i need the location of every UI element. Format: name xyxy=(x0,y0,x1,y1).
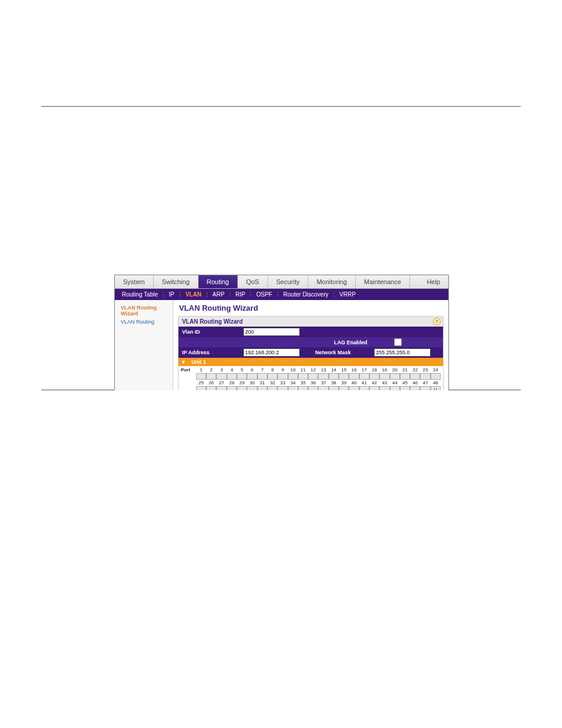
port-box-23[interactable] xyxy=(420,373,430,380)
port-box-35[interactable] xyxy=(298,386,308,390)
port-num-21: 21 xyxy=(400,367,410,373)
port-box-22[interactable] xyxy=(410,373,420,380)
port-box-1[interactable] xyxy=(196,373,206,380)
row-ip: IP Address Network Mask xyxy=(178,347,443,358)
subtab-arp[interactable]: ARP xyxy=(210,291,227,298)
port-box-41[interactable] xyxy=(359,386,369,390)
port-box-33[interactable] xyxy=(277,386,287,390)
port-num-25: 25 xyxy=(196,380,206,386)
port-num-24: 24 xyxy=(431,367,441,373)
port-box-10[interactable] xyxy=(288,373,298,380)
port-num-37: 37 xyxy=(318,380,328,386)
subtab-routing-table[interactable]: Routing Table xyxy=(120,291,160,298)
tab-routing[interactable]: Routing xyxy=(199,275,238,288)
port-box-14[interactable] xyxy=(329,373,339,380)
port-box-39[interactable] xyxy=(339,386,349,390)
port-box-8[interactable] xyxy=(267,373,277,380)
page-title: VLAN Routing Wizard xyxy=(179,304,444,312)
port-box-32[interactable] xyxy=(267,386,277,390)
port-box-47[interactable] xyxy=(420,386,430,390)
lag-checkbox[interactable] xyxy=(394,338,402,346)
port-box-43[interactable] xyxy=(379,386,389,390)
tab-maintenance[interactable]: Maintenance xyxy=(356,275,410,288)
port-num-45: 45 xyxy=(400,380,410,386)
app-window: SystemSwitchingRoutingQoSSecurityMonitor… xyxy=(114,275,449,390)
port-box-9[interactable] xyxy=(277,373,287,380)
port-box-38[interactable] xyxy=(329,386,339,390)
vlan-id-input[interactable] xyxy=(243,328,300,336)
port-box-20[interactable] xyxy=(390,373,400,380)
subtab-vrrp[interactable]: VRRP xyxy=(337,291,358,298)
subtab-ospf[interactable]: OSPF xyxy=(254,291,275,298)
tab-system[interactable]: System xyxy=(115,275,154,288)
port-box-48[interactable] xyxy=(431,386,441,390)
tab-help[interactable]: Help xyxy=(418,275,448,288)
port-box-15[interactable] xyxy=(339,373,349,380)
port-box-28[interactable] xyxy=(227,386,237,390)
sidebar-item-vlan-routing-wizard[interactable]: VLAN Routing Wizard xyxy=(117,304,170,318)
port-box-34[interactable] xyxy=(288,386,298,390)
port-box-7[interactable] xyxy=(257,373,267,380)
port-box-29[interactable] xyxy=(237,386,247,390)
port-box-16[interactable] xyxy=(349,373,359,380)
port-num-27: 27 xyxy=(216,380,226,386)
port-box-40[interactable] xyxy=(349,386,359,390)
subtab-router-discovery[interactable]: Router Discovery xyxy=(281,291,331,298)
tab-switching[interactable]: Switching xyxy=(154,275,199,288)
subtab-ip[interactable]: IP xyxy=(167,291,177,298)
port-num-42: 42 xyxy=(369,380,379,386)
port-box-31[interactable] xyxy=(257,386,267,390)
port-num-19: 19 xyxy=(379,367,389,373)
unit-row[interactable]: ▾ Unit 1 xyxy=(178,358,443,366)
port-num-1: 1 xyxy=(196,367,206,373)
row-vlan-id: Vlan ID xyxy=(178,327,443,337)
port-num-3: 3 xyxy=(216,367,226,373)
port-box-12[interactable] xyxy=(308,373,318,380)
port-box-45[interactable] xyxy=(400,386,410,390)
subtab-rip[interactable]: RIP xyxy=(233,291,248,298)
tab-qos[interactable]: QoS xyxy=(238,275,268,288)
port-num-13: 13 xyxy=(318,367,328,373)
help-icon[interactable]: ? xyxy=(433,318,441,325)
port-box-3[interactable] xyxy=(216,373,226,380)
port-grid: Port123456789101112131415161718192021222… xyxy=(178,366,443,390)
port-box-11[interactable] xyxy=(298,373,308,380)
subtab-vlan[interactable]: VLAN xyxy=(183,291,204,298)
port-box-2[interactable] xyxy=(206,373,216,380)
port-num-20: 20 xyxy=(390,367,400,373)
mask-input[interactable] xyxy=(374,348,431,357)
port-box-4[interactable] xyxy=(227,373,237,380)
sidebar-item-vlan-routing[interactable]: VLAN Routing xyxy=(117,318,170,326)
port-box-21[interactable] xyxy=(400,373,410,380)
port-box-19[interactable] xyxy=(379,373,389,380)
port-num-10: 10 xyxy=(288,367,298,373)
port-box-44[interactable] xyxy=(390,386,400,390)
tab-security[interactable]: Security xyxy=(268,275,309,288)
port-box-36[interactable] xyxy=(308,386,318,390)
port-box-6[interactable] xyxy=(247,373,257,380)
port-box-46[interactable] xyxy=(410,386,420,390)
port-num-38: 38 xyxy=(329,380,339,386)
chevron-down-icon: ▾ xyxy=(181,359,187,365)
port-box-27[interactable] xyxy=(216,386,226,390)
port-num-11: 11 xyxy=(298,367,308,373)
section-title-text: VLAN Routing Wizard xyxy=(182,318,243,325)
port-num-29: 29 xyxy=(237,380,247,386)
port-box-24[interactable] xyxy=(431,373,441,380)
port-box-42[interactable] xyxy=(369,386,379,390)
port-box-37[interactable] xyxy=(318,386,328,390)
ip-input[interactable] xyxy=(243,348,300,357)
port-box-13[interactable] xyxy=(318,373,328,380)
port-box-17[interactable] xyxy=(359,373,369,380)
port-box-26[interactable] xyxy=(206,386,216,390)
port-box-5[interactable] xyxy=(237,373,247,380)
port-num-46: 46 xyxy=(410,380,420,386)
port-num-36: 36 xyxy=(308,380,318,386)
port-box-25[interactable] xyxy=(196,386,206,390)
port-box-30[interactable] xyxy=(247,386,257,390)
tab-monitoring[interactable]: Monitoring xyxy=(308,275,355,288)
port-num-32: 32 xyxy=(267,380,277,386)
port-box-18[interactable] xyxy=(369,373,379,380)
port-num-15: 15 xyxy=(339,367,349,373)
sidebar: VLAN Routing WizardVLAN Routing xyxy=(115,300,173,390)
